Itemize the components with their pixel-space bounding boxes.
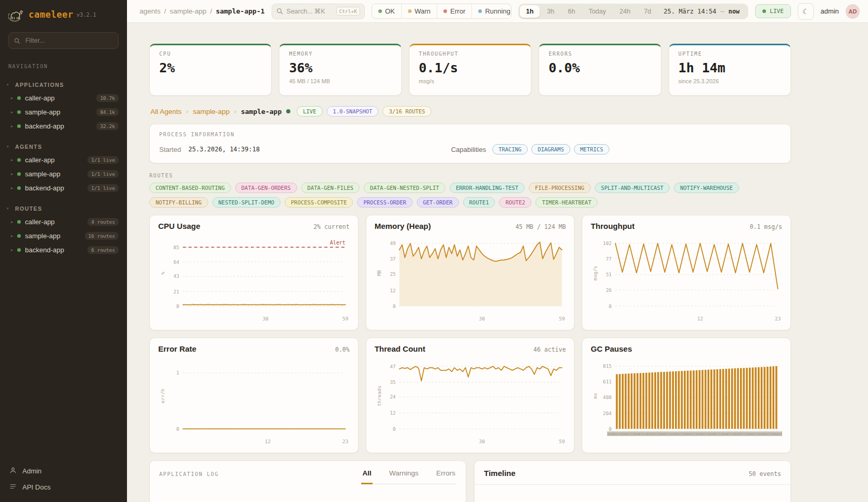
time-range-today[interactable]: Today: [582, 5, 612, 18]
route-badge-notify-warehouse[interactable]: NOTIFY-WAREHOUSE: [674, 183, 739, 193]
chart-title: Memory (Heap): [375, 222, 431, 230]
capability-badge-diagrams: DIAGRAMS: [531, 144, 570, 155]
app-logo[interactable]: cameleer v3.2.1: [0, 0, 127, 27]
log-tab-errors[interactable]: Errors: [435, 469, 456, 484]
sidebar-item-caller-app[interactable]: ▸caller-app1/1 live: [0, 153, 127, 167]
global-search[interactable]: Search... ⌘K Ctrl+K: [272, 4, 365, 19]
sidebar-item-caller-app[interactable]: ▸caller-app10.7k: [0, 91, 127, 105]
agent-status-dot: [286, 109, 290, 113]
svg-text:ms: ms: [592, 393, 598, 398]
metric-label: MEMORY: [289, 51, 391, 57]
sidebar-item-sample-app[interactable]: ▸sample-app84.1k: [0, 105, 127, 119]
live-dot: [762, 9, 766, 13]
metric-label: UPTIME: [679, 51, 781, 57]
time-range-7d[interactable]: 7d: [637, 5, 657, 18]
svg-text:23: 23: [775, 316, 781, 321]
status-filter-ok[interactable]: OK: [372, 4, 401, 18]
svg-text:35: 35: [390, 379, 395, 385]
status-filter-error[interactable]: Error: [437, 4, 471, 18]
svg-text:37: 37: [390, 256, 395, 262]
sidebar-item-sample-app[interactable]: ▸sample-app1/1 live: [0, 167, 127, 181]
search-icon: [276, 8, 283, 15]
sidebar-footer-admin[interactable]: Admin: [9, 467, 118, 475]
sidebar-group-agents[interactable]: ▾AGENTS: [0, 139, 127, 153]
footer-label: API Docs: [22, 483, 50, 491]
status-filter-warn[interactable]: Warn: [401, 4, 437, 18]
sidebar-filter[interactable]: [8, 32, 119, 49]
capabilities-label: Capabilities: [451, 146, 486, 153]
route-badge-process-order[interactable]: PROCESS-ORDER: [357, 197, 412, 208]
route-badge-file-processing[interactable]: FILE-PROCESSING: [529, 183, 591, 193]
breadcrumb-sample-app[interactable]: sample-app: [170, 7, 207, 15]
svg-text:26: 26: [606, 287, 612, 293]
svg-text:59: 59: [342, 316, 349, 321]
filter-input[interactable]: [24, 36, 113, 45]
route-badges: CONTENT-BASED-ROUTINGDATA-GEN-ORDERSDATA…: [149, 183, 791, 208]
route-badge-split-and-multicast[interactable]: SPLIT-AND-MULTICAST: [595, 183, 670, 193]
status-dot: [443, 9, 447, 13]
metric-card-memory: MEMORY36%45 MB / 124 MB: [279, 44, 401, 96]
chart-card-gc-pauses: GC Pauses0204408611815ms2026032520260325…: [582, 338, 791, 453]
svg-text:202603252026032520260325202603: 2026032520260325202603252026032520260325…: [607, 432, 782, 436]
time-range-6h[interactable]: 6h: [561, 5, 581, 18]
count-badge: 10.7k: [96, 94, 119, 102]
chart-current-value: 46 active: [533, 346, 566, 353]
route-badge-route1[interactable]: ROUTE1: [463, 197, 495, 208]
chevron-right-icon: ▸: [11, 124, 13, 128]
route-badge-data-gen-nested-split[interactable]: DATA-GEN-NESTED-SPLIT: [364, 183, 445, 193]
capability-badge-metrics: METRICS: [574, 144, 609, 155]
log-tab-warnings[interactable]: Warnings: [388, 469, 420, 484]
status-dot: [17, 110, 21, 114]
sidebar-item-backend-app[interactable]: ▸backend-app1/1 live: [0, 181, 127, 195]
agent-badges: LIVE1.0-SNAPSHOT3/16 ROUTES: [297, 106, 431, 117]
chart-current-value: 2% current: [313, 223, 349, 230]
charts-grid: CPU Usage2% current021436485%3059AlertMe…: [149, 215, 791, 453]
item-label: caller-app: [25, 218, 83, 226]
sidebar-group-applications[interactable]: ▾APPLICATIONS: [0, 78, 127, 91]
avatar[interactable]: AD: [846, 4, 860, 19]
chevron-right-icon: ▸: [11, 186, 13, 190]
time-range-24h[interactable]: 24h: [614, 5, 637, 18]
route-badge-content-based-routing[interactable]: CONTENT-BASED-ROUTING: [149, 183, 231, 193]
agent-link-all[interactable]: All Agents: [150, 108, 182, 115]
svg-text:0: 0: [176, 303, 180, 309]
route-badge-get-order[interactable]: GET-ORDER: [417, 197, 459, 208]
chart-title: Error Rate: [158, 344, 196, 353]
agent-link-app[interactable]: sample-app: [193, 108, 230, 115]
route-badge-route2[interactable]: ROUTE2: [499, 197, 531, 208]
app-name: cameleer: [29, 9, 73, 20]
route-badge-error-handling-test[interactable]: ERROR-HANDLING-TEST: [450, 183, 525, 193]
chart-card-throughput: Throughput0.1 msg/s0265177102msg/s1223: [582, 215, 791, 330]
sidebar-item-caller-app[interactable]: ▸caller-app4 routes: [0, 215, 127, 229]
route-badge-nested-split-demo[interactable]: NESTED-SPLIT-DEMO: [212, 197, 280, 208]
sidebar-item-backend-app[interactable]: ▸backend-app32.2k: [0, 119, 127, 133]
time-range-3h[interactable]: 3h: [541, 5, 560, 18]
agent-current: sample-app: [241, 108, 282, 115]
route-badge-timer-heartbeat[interactable]: TIMER-HEARTBEAT: [535, 197, 597, 208]
time-range-1h[interactable]: 1h: [520, 5, 540, 18]
status-dot: [17, 124, 21, 128]
sidebar-group-routes[interactable]: ▾ROUTES: [0, 201, 127, 215]
status-filter-running[interactable]: Running: [471, 4, 512, 18]
status-filter-label: Error: [450, 7, 465, 15]
route-badge-notify-billing[interactable]: NOTIFY-BILLING: [149, 197, 208, 208]
route-badge-data-gen-files[interactable]: DATA-GEN-FILES: [301, 183, 360, 193]
svg-text:77: 77: [606, 256, 612, 262]
route-badge-process-composite[interactable]: PROCESS-COMPOSITE: [285, 197, 353, 208]
log-tab-all[interactable]: All: [361, 469, 372, 484]
agent-bar: All Agents › sample-app › sample-app LIV…: [150, 106, 791, 117]
metric-value: 2%: [159, 60, 262, 75]
svg-text:0: 0: [609, 426, 612, 432]
dark-mode-toggle[interactable]: ☾: [798, 3, 814, 20]
sidebar-item-sample-app[interactable]: ▸sample-app16 routes: [0, 229, 127, 243]
sidebar: cameleer v3.2.1 NAVIGATION ▾APPLICATIONS…: [0, 0, 127, 502]
live-toggle[interactable]: LIVE: [755, 4, 791, 18]
breadcrumb: agents/ sample-app/ sample-app-1: [139, 7, 265, 15]
route-badge-data-gen-orders[interactable]: DATA-GEN-ORDERS: [235, 183, 297, 193]
svg-text:51: 51: [606, 272, 612, 277]
breadcrumb-agents[interactable]: agents: [139, 7, 161, 15]
sidebar-item-backend-app[interactable]: ▸backend-app6 routes: [0, 243, 127, 257]
sidebar-footer-api-docs[interactable]: API Docs: [9, 483, 118, 492]
search-placeholder: Search... ⌘K: [287, 7, 333, 15]
date-range[interactable]: 25. März 14:54 — now: [658, 8, 747, 15]
